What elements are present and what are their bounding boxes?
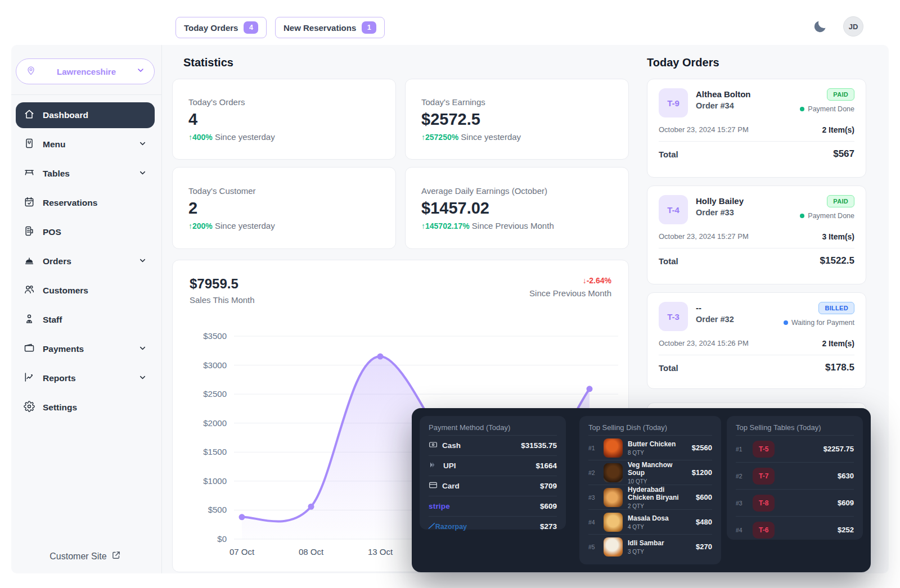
chart-x-axis: 07 Oct 08 Oct 13 Oct	[230, 547, 393, 557]
dish-name: Butter Chicken	[628, 440, 687, 448]
dish-qty: 2 QTY	[628, 503, 691, 509]
sidebar-item-dashboard[interactable]: Dashboard	[16, 102, 155, 128]
wallet-icon	[24, 342, 35, 356]
stat-value: $1457.02	[421, 199, 613, 218]
dish-name: Hyderabadi Chicken Biryani	[628, 486, 691, 501]
order-card[interactable]: T-9 Althea Bolton Order #34 PAID Payment…	[647, 79, 866, 178]
sidebar-item-label: Customers	[43, 286, 147, 296]
table-rank-row: #1 T-5 $2257.75	[736, 435, 854, 462]
stripe-logo: stripe	[429, 502, 450, 510]
stat-change-percent: ↑145702.17%	[421, 221, 470, 230]
new-reservations-button-label: New Reservations	[284, 23, 356, 33]
customer-site-link[interactable]: Customer Site	[50, 550, 120, 562]
payment-method-panel: Payment Method (Today) Cash $31535.75 UP…	[420, 416, 566, 530]
payment-value: $273	[540, 522, 557, 531]
location-selector[interactable]: Lawrenceshire	[16, 58, 155, 84]
dish-qty: 3 QTY	[628, 549, 691, 555]
sidebar-item-pos[interactable]: POS	[16, 219, 155, 245]
sidebar-item-settings[interactable]: Settings	[16, 395, 155, 420]
sidebar-item-label: Reservations	[43, 198, 147, 208]
top-selling-tables-title: Top Selling Tables (Today)	[736, 423, 854, 432]
status-note: Payment Done	[808, 212, 854, 220]
rank-label: #3	[588, 494, 598, 501]
today-orders-count-badge: 4	[244, 21, 258, 34]
sidebar-item-reservations[interactable]: Reservations	[16, 190, 155, 216]
sidebar-item-label: Settings	[43, 402, 147, 413]
today-orders-heading: Today Orders	[647, 56, 719, 69]
today-orders-button[interactable]: Today Orders 4	[176, 17, 267, 38]
moon-icon	[812, 28, 828, 36]
total-value: $1522.5	[820, 255, 854, 266]
dish-photo	[604, 537, 623, 557]
table-icon	[24, 167, 35, 180]
home-icon	[24, 108, 35, 122]
total-label: Total	[659, 363, 678, 373]
rank-label: #5	[588, 544, 598, 550]
restaurant-dashboard: Today Orders 4 New Reservations 1 JD Law…	[0, 0, 900, 588]
sidebar-item-reports[interactable]: Reports	[16, 365, 155, 391]
sales-change-period: Since Previous Month	[529, 288, 611, 298]
payment-value: $709	[540, 482, 557, 490]
sidebar-item-menu[interactable]: Menu	[16, 132, 155, 157]
stat-change-period: Since yesterday	[215, 221, 275, 230]
stat-card-todays-orders: Today's Orders 4 ↑400% Since yesterday	[172, 79, 396, 160]
table-rank-row: #2 T-7 $630	[736, 462, 854, 489]
payment-row: Card $709	[429, 476, 557, 496]
dish-row: #2 Veg Manchow Soup10 QTY $1200	[588, 460, 712, 485]
sidebar-item-orders[interactable]: Orders	[16, 248, 155, 274]
dish-name: Idli Sambar	[628, 539, 691, 547]
order-card[interactable]: T-4 Holly Bailey Order #33 PAID Payment …	[647, 186, 866, 284]
customer-name: --	[696, 303, 776, 313]
dish-name: Masala Dosa	[628, 514, 691, 522]
total-label: Total	[659, 150, 678, 159]
table-badge: T-8	[753, 495, 775, 512]
users-icon	[24, 284, 35, 297]
user-avatar[interactable]: JD	[843, 16, 863, 37]
razorpay-logo: ⟋Razorpay	[429, 522, 467, 531]
svg-text:07 Oct: 07 Oct	[230, 547, 255, 557]
order-number: Order #32	[696, 315, 776, 324]
dish-photo	[604, 438, 623, 458]
rank-label: #1	[588, 445, 598, 451]
payment-row: ⟋Razorpay $273	[429, 516, 557, 536]
rank-label: #1	[736, 446, 746, 453]
customer-name: Althea Bolton	[696, 89, 792, 99]
status-dot	[784, 320, 788, 325]
payment-row: stripe $609	[429, 496, 557, 516]
sidebar-item-label: Menu	[43, 139, 130, 150]
stat-card-todays-customer: Today's Customer 2 ↑200% Since yesterday	[172, 167, 396, 249]
order-number: Order #33	[696, 208, 792, 217]
table-badge: T-7	[753, 468, 775, 485]
sidebar-item-staff[interactable]: Staff	[16, 307, 155, 333]
stat-value: 4	[188, 110, 380, 129]
statistics-heading: Statistics	[183, 56, 233, 69]
card-icon	[429, 481, 438, 491]
stat-card-average-daily-earnings: Average Daily Earnings (October) $1457.0…	[405, 167, 629, 249]
payment-value: $1664	[536, 462, 557, 470]
sidebar-item-payments[interactable]: Payments	[16, 336, 155, 362]
payment-value: $31535.75	[521, 441, 557, 450]
dark-mode-toggle[interactable]	[811, 17, 830, 37]
sales-total: $7959.5	[190, 276, 255, 292]
stat-value: $2572.5	[421, 110, 613, 129]
sidebar-item-tables[interactable]: Tables	[16, 161, 155, 187]
dish-price: $2560	[692, 444, 712, 452]
sidebar: Lawrenceshire Dashboard Menu Tables Rese…	[11, 45, 162, 573]
dish-row: #3 Hyderabadi Chicken Biryani2 QTY $600	[588, 485, 712, 509]
new-reservations-button[interactable]: New Reservations 1	[275, 17, 385, 38]
total-value: $178.5	[825, 362, 854, 373]
sidebar-item-customers[interactable]: Customers	[16, 278, 155, 304]
cloche-icon	[24, 255, 35, 268]
today-orders-button-label: Today Orders	[184, 23, 238, 33]
person-badge-icon	[24, 313, 35, 327]
cash-icon	[429, 440, 438, 451]
order-items-count: 2 Item(s)	[822, 125, 854, 134]
table-chip: T-4	[659, 195, 688, 224]
status-note: Payment Done	[808, 105, 854, 113]
payment-row: Cash $31535.75	[429, 435, 557, 455]
order-card[interactable]: T-3 -- Order #32 BILLED Waiting for Paym…	[647, 292, 866, 389]
top-selling-tables-panel: Top Selling Tables (Today) #1 T-5 $2257.…	[727, 416, 863, 540]
order-date: October 23, 2024 15:26 PM	[659, 339, 749, 348]
svg-text:$500: $500	[208, 505, 227, 514]
stat-change-period: Since yesterday	[215, 132, 275, 142]
